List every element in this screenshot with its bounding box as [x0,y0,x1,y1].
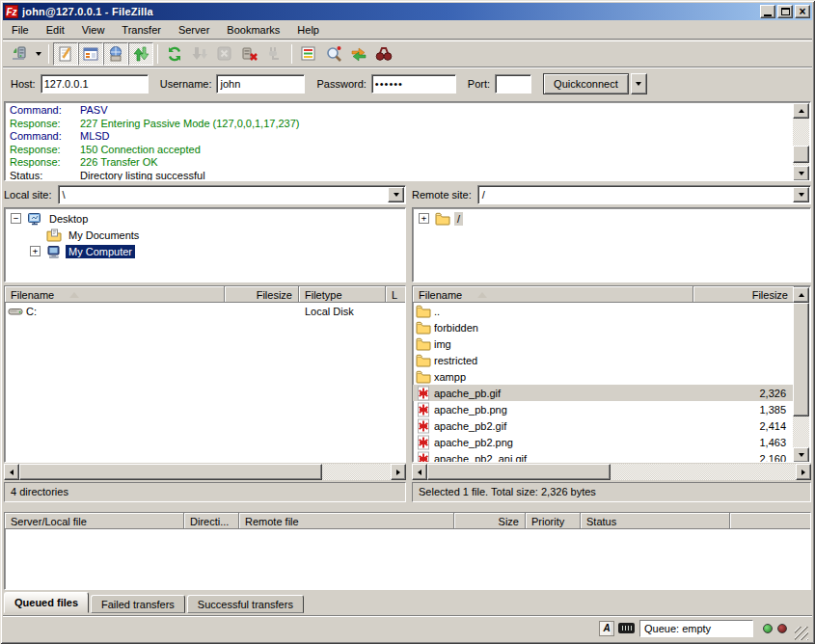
column-header-filetype[interactable]: Filetype [299,286,386,303]
tree-item--[interactable]: +/ [413,210,810,227]
column-header-label: Filetype [305,289,342,301]
toggle-message-log-icon [57,45,74,63]
menu-item-file[interactable]: File [3,22,38,38]
synchronized-browsing-icon [350,45,367,63]
site-manager-dropdown-button[interactable] [32,42,44,66]
filename-filters-button[interactable] [296,42,321,66]
computer-icon [46,244,62,259]
remote-file-row[interactable]: apache_pb2.png1,463 [413,434,795,450]
menu-item-help[interactable]: Help [288,22,328,38]
remote-file-row[interactable]: restricted [413,352,795,368]
maximize-button[interactable] [777,5,793,18]
log-line-text: PASV [80,104,791,118]
column-header-filesize[interactable]: Filesize [225,286,299,303]
scroll-left-button[interactable] [4,464,19,480]
column-header-size[interactable]: Size [454,513,526,529]
toggle-remote-tree-button[interactable] [103,42,128,66]
remote-file-row[interactable]: apache_pb2_ani.gif2,160 [413,450,795,463]
local-file-row[interactable]: C:Local Disk [5,303,405,319]
tab-queued-files[interactable]: Queued files [4,592,89,613]
column-header-l[interactable]: L [386,286,406,303]
directory-comparison-button[interactable] [321,42,346,66]
local-site-dropdown-button[interactable] [388,187,404,202]
tree-item-my-computer[interactable]: +My Computer [5,243,405,259]
scrollbar-thumb[interactable] [427,464,611,480]
scrollbar-thumb[interactable] [19,464,322,480]
scroll-up-button[interactable] [793,103,809,119]
log-line-label: Command: [7,130,80,144]
quickconnect-dropdown-button[interactable] [631,73,647,94]
minimize-button[interactable] [760,5,775,18]
port-input[interactable] [495,74,531,94]
scroll-right-button[interactable] [391,464,406,480]
speed-limit-indicator-icon[interactable] [618,623,635,633]
scroll-left-button[interactable] [412,464,427,480]
menu-item-view[interactable]: View [73,22,114,38]
remote-file-row[interactable]: apache_pb.gif2,326 [413,385,795,401]
remote-file-row[interactable]: apache_pb.png1,385 [413,401,795,417]
title-bar[interactable]: Fz john@127.0.0.1 - FileZilla × [3,3,812,20]
documents-icon [46,228,62,243]
synchronized-browsing-button[interactable] [346,42,371,66]
column-header-status[interactable]: Status [581,513,730,529]
refresh-button[interactable] [162,42,187,66]
file-size: 2,326 [708,388,795,399]
menu-item-edit[interactable]: Edit [38,22,73,38]
column-header-server-local-file[interactable]: Server/Local file [5,513,184,529]
toggle-message-log-button[interactable] [53,42,78,66]
log-line-label: Command: [7,104,80,118]
password-input[interactable] [371,74,456,94]
scrollbar-thumb[interactable] [793,146,809,163]
scroll-down-button[interactable] [793,166,809,181]
tree-item-my-documents[interactable]: My Documents [5,227,405,243]
collapse-icon[interactable]: − [11,213,21,224]
username-input[interactable] [216,74,305,94]
column-header-directi-[interactable]: Directi... [184,513,239,529]
folder-icon [416,336,431,352]
toggle-transfer-queue-button[interactable] [128,42,153,66]
local-list-hscrollbar[interactable] [4,464,406,480]
remote-file-row[interactable]: img [413,335,795,352]
column-header-filename[interactable]: Filename [5,286,225,303]
scroll-down-button[interactable] [793,447,809,463]
host-input[interactable] [41,74,149,94]
remote-file-row[interactable]: apache_pb2.gif2,414 [413,417,795,434]
toggle-local-tree-button[interactable] [78,42,103,66]
menu-item-transfer[interactable]: Transfer [113,22,170,38]
tab-failed-transfers[interactable]: Failed transfers [91,595,185,613]
message-log-scrollbar[interactable] [793,103,809,181]
image-file-icon [416,435,431,450]
site-manager-button[interactable] [7,42,32,66]
remote-site-dropdown-button[interactable] [793,187,809,202]
remote-file-row[interactable]: .. [413,303,795,319]
local-site-combobox[interactable]: \ [58,185,406,204]
column-header-filename[interactable]: Filename [413,286,693,303]
column-header-label: Filename [419,289,462,301]
scroll-right-button[interactable] [796,464,811,480]
tree-item-desktop[interactable]: −Desktop [5,210,405,227]
quickconnect-button[interactable]: Quickconnect [543,73,629,94]
column-header-filesize[interactable]: Filesize [693,286,795,303]
remote-file-row[interactable]: xampp [413,368,795,385]
menu-item-bookmarks[interactable]: Bookmarks [218,22,288,38]
file-name: apache_pb2.gif [434,420,708,432]
resize-grip[interactable] [795,627,808,640]
menu-item-server[interactable]: Server [170,22,218,38]
port-label: Port: [468,78,490,90]
expand-icon[interactable]: + [30,246,41,256]
close-button[interactable]: × [795,5,810,18]
remote-site-combobox[interactable]: / [477,185,811,204]
expand-icon[interactable]: + [419,213,429,224]
find-files-button[interactable] [371,42,396,66]
scrollbar-thumb[interactable] [793,303,809,416]
reconnect-button [262,42,287,66]
column-header-remote-file[interactable]: Remote file [239,513,454,529]
remote-list-hscrollbar[interactable] [412,464,811,480]
disconnect-button[interactable] [237,42,262,66]
scroll-up-button[interactable] [793,287,809,303]
column-header-priority[interactable]: Priority [526,513,581,529]
tab-successful-transfers[interactable]: Successful transfers [187,595,304,613]
remote-file-row[interactable]: forbidden [413,319,795,335]
local-site-bar: Local site: \ [4,184,406,205]
remote-list-vscrollbar[interactable] [793,287,809,463]
